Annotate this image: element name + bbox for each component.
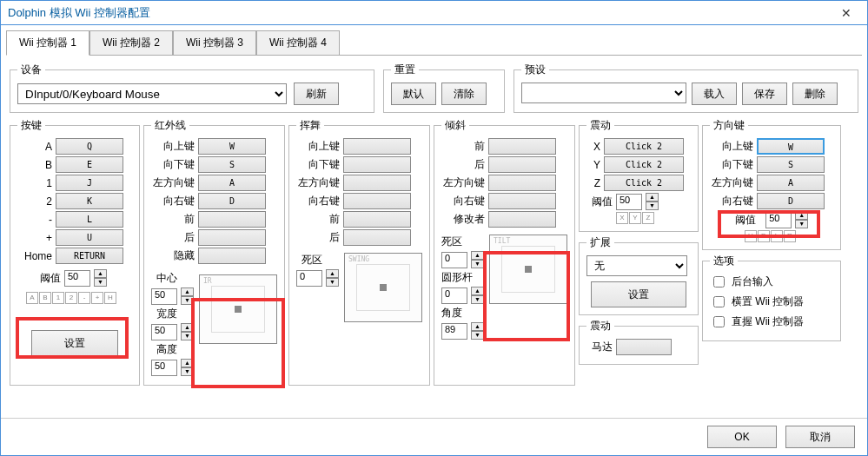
key-binding[interactable]: A	[198, 175, 266, 191]
rumble-legend: 震动	[586, 118, 614, 133]
buttons-settings-button[interactable]: 设置	[31, 330, 118, 356]
extension-select[interactable]: 无	[586, 255, 687, 276]
key-binding[interactable]	[198, 248, 266, 264]
tab-wiimote-4[interactable]: Wii 控制器 4	[256, 30, 340, 56]
clear-button[interactable]: 清除	[441, 83, 487, 105]
key-binding[interactable]: Q	[56, 138, 123, 155]
ir-pad[interactable]: IR	[199, 274, 277, 344]
buttons-threshold-value[interactable]: 50	[64, 270, 90, 287]
options-legend: 选项	[710, 254, 738, 268]
key-binding[interactable]	[488, 175, 556, 191]
delete-button[interactable]: 删除	[792, 83, 838, 105]
key-binding[interactable]	[198, 229, 266, 246]
titlebar: Dolphin 模拟 Wii 控制器配置 ✕	[1, 1, 867, 25]
device-legend: 设备	[17, 63, 45, 77]
buttons-threshold-label: 阈值	[17, 271, 61, 286]
refresh-button[interactable]: 刷新	[294, 83, 339, 105]
key-binding[interactable]: S	[198, 156, 266, 173]
key-binding[interactable]: A	[757, 175, 825, 191]
swing-legend: 挥舞	[296, 118, 324, 133]
buttons-legend: 按键	[17, 118, 45, 133]
tab-wiimote-2[interactable]: Wii 控制器 2	[89, 30, 173, 56]
key-binding[interactable]	[488, 138, 556, 155]
tilt-legend: 倾斜	[441, 118, 469, 133]
load-button[interactable]: 载入	[692, 83, 737, 105]
cancel-button[interactable]: 取消	[785, 426, 855, 448]
default-button[interactable]: 默认	[391, 83, 436, 105]
extension-legend: 扩展	[586, 235, 614, 250]
key-binding[interactable]	[488, 156, 556, 173]
key-binding[interactable]: D	[757, 193, 825, 209]
key-binding[interactable]	[343, 193, 411, 209]
extension-settings-button[interactable]: 设置	[591, 281, 686, 307]
key-binding[interactable]: U	[56, 229, 123, 246]
spin-down[interactable]: ▼	[94, 278, 107, 287]
tabs: Wii 控制器 1 Wii 控制器 2 Wii 控制器 3 Wii 控制器 4	[1, 25, 867, 56]
device-select[interactable]: DInput/0/Keyboard Mouse	[17, 83, 287, 104]
key-binding[interactable]	[343, 211, 411, 228]
key-binding[interactable]: Click 2	[604, 175, 684, 191]
key-binding[interactable]	[198, 211, 266, 228]
motor-button[interactable]	[616, 339, 672, 355]
key-binding[interactable]	[343, 229, 411, 246]
reset-legend: 重置	[391, 63, 419, 77]
spin-up[interactable]: ▲	[94, 269, 107, 278]
key-binding[interactable]	[343, 138, 411, 155]
motor-legend: 震动	[586, 319, 614, 334]
key-binding[interactable]: S	[757, 156, 825, 173]
tab-wiimote-1[interactable]: Wii 控制器 1	[6, 30, 89, 56]
key-binding[interactable]	[343, 156, 411, 173]
dpad-legend: 方向键	[710, 118, 748, 133]
tab-panel: 设备 DInput/0/Keyboard Mouse 刷新 重置 默认 清除 预…	[6, 55, 862, 418]
key-binding[interactable]: W	[757, 138, 825, 155]
key-binding[interactable]: RETURN	[56, 248, 123, 264]
key-binding[interactable]: J	[56, 175, 123, 191]
key-binding[interactable]: D	[198, 193, 266, 209]
key-binding[interactable]: Click 2	[604, 138, 684, 155]
swing-pad[interactable]: SWING	[344, 253, 422, 322]
preset-legend: 预设	[521, 63, 549, 77]
key-binding[interactable]: E	[56, 156, 123, 173]
key-binding[interactable]	[343, 175, 411, 191]
ok-button[interactable]: OK	[707, 426, 777, 448]
key-binding[interactable]	[488, 211, 556, 228]
key-binding[interactable]	[488, 193, 556, 209]
option-sideways-wiimote[interactable]: 横置 Wii 控制器	[710, 294, 833, 310]
preset-select[interactable]	[521, 83, 686, 103]
key-binding[interactable]: W	[198, 138, 266, 155]
window-title: Dolphin 模拟 Wii 控制器配置	[8, 5, 150, 21]
key-binding[interactable]: Click 2	[604, 156, 684, 173]
key-binding[interactable]: K	[56, 193, 123, 209]
option-background-input[interactable]: 后台输入	[710, 274, 833, 290]
save-button[interactable]: 保存	[742, 83, 787, 105]
option-upright-wiimote[interactable]: 直握 Wii 控制器	[710, 314, 833, 330]
key-binding[interactable]: L	[56, 211, 123, 228]
tilt-pad[interactable]: TILT	[489, 235, 567, 304]
footer: OK 取消	[1, 418, 867, 455]
tab-wiimote-3[interactable]: Wii 控制器 3	[173, 30, 256, 56]
close-icon[interactable]: ✕	[832, 3, 860, 23]
ir-legend: 红外线	[151, 118, 189, 133]
